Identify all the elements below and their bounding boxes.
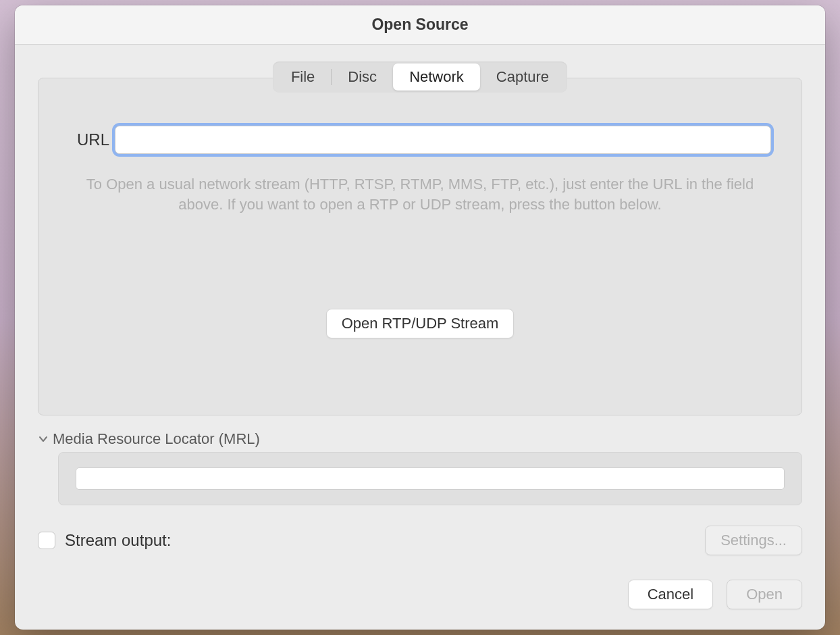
tabs-wrapper: File Disc Network Capture xyxy=(38,61,802,93)
mrl-header-label: Media Resource Locator (MRL) xyxy=(53,430,260,448)
url-label: URL xyxy=(69,130,109,149)
rtp-button-wrap: Open RTP/UDP Stream xyxy=(69,309,771,338)
mrl-disclosure-header[interactable]: Media Resource Locator (MRL) xyxy=(38,430,802,448)
mrl-box xyxy=(58,452,802,505)
action-row: Cancel Open xyxy=(38,580,802,609)
network-help-text: To Open a usual network stream (HTTP, RT… xyxy=(82,174,758,214)
stream-output-row: Stream output: Settings... xyxy=(38,526,802,555)
mrl-input[interactable] xyxy=(76,467,785,490)
dialog-content: File Disc Network Capture URL To Open a … xyxy=(15,45,825,630)
titlebar: Open Source xyxy=(15,5,825,45)
tab-disc[interactable]: Disc xyxy=(332,63,393,91)
tab-network[interactable]: Network xyxy=(393,63,480,91)
tab-capture[interactable]: Capture xyxy=(480,63,565,91)
mrl-section: Media Resource Locator (MRL) xyxy=(38,430,802,505)
stream-output-left: Stream output: xyxy=(38,531,171,550)
open-rtp-udp-button[interactable]: Open RTP/UDP Stream xyxy=(326,309,515,338)
window-title: Open Source xyxy=(371,16,468,34)
url-row: URL xyxy=(69,126,771,154)
chevron-down-icon xyxy=(38,434,49,444)
stream-output-label: Stream output: xyxy=(65,531,171,550)
tab-file[interactable]: File xyxy=(275,63,331,91)
tabs: File Disc Network Capture xyxy=(273,61,567,93)
open-button[interactable]: Open xyxy=(727,580,802,609)
settings-button[interactable]: Settings... xyxy=(705,526,802,555)
url-input[interactable] xyxy=(115,126,771,154)
network-panel: URL To Open a usual network stream (HTTP… xyxy=(38,78,802,415)
stream-output-checkbox[interactable] xyxy=(38,532,55,549)
cancel-button[interactable]: Cancel xyxy=(628,580,713,609)
open-source-dialog: Open Source File Disc Network Capture UR… xyxy=(15,5,825,630)
